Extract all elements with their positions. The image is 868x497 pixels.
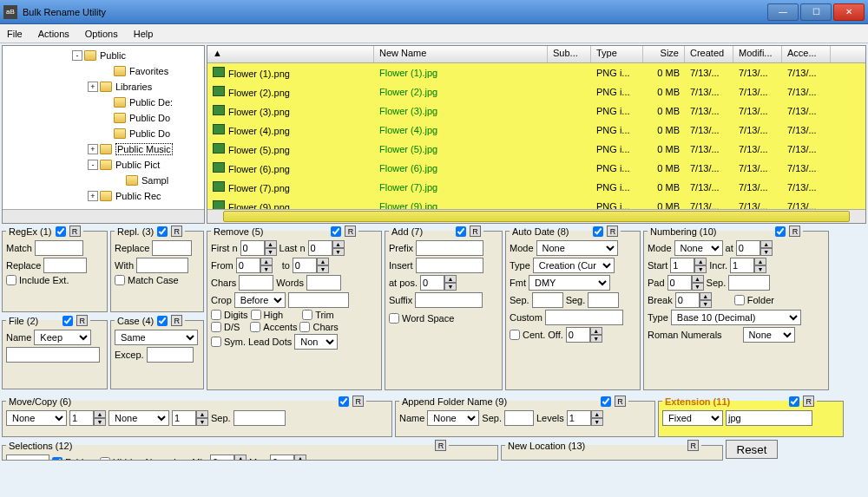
selections-hidden-checkbox[interactable] [100,457,110,461]
tree-expand-icon[interactable]: + [88,191,98,201]
reset-all-button[interactable]: Reset [726,440,778,459]
appendfolder-sep-input[interactable] [504,410,534,426]
case-select[interactable]: Same [115,330,198,345]
col-created[interactable]: Created [685,46,733,62]
case-enable-checkbox[interactable] [157,316,168,326]
file-name-select[interactable]: Keep [34,330,91,345]
menu-file[interactable]: File [7,29,23,39]
numbering-mode-select[interactable]: None [674,240,723,256]
case-excep-input[interactable] [147,347,194,363]
remove-crop-select[interactable]: Before [234,292,286,308]
autodate-seg-input[interactable] [588,292,619,308]
remove-accents-checkbox[interactable] [250,322,260,332]
extension-reset-button[interactable]: R [803,396,814,407]
autodate-off-input[interactable] [566,327,590,343]
selections-folders-checkbox[interactable] [52,457,62,461]
regex-includeext-checkbox[interactable] [6,275,16,285]
file-name-input[interactable] [6,347,100,363]
regex-enable-checkbox[interactable] [56,226,66,237]
remove-ds-checkbox[interactable] [211,322,221,332]
movecopy-enable-checkbox[interactable] [339,396,349,407]
add-reset-button[interactable]: R [470,226,481,237]
tree-item[interactable]: +Public Rec [3,188,204,204]
remove-chars-checkbox[interactable] [299,322,310,332]
appendfolder-reset-button[interactable]: R [615,396,626,407]
numbering-sep-input[interactable] [728,275,770,291]
numbering-pad-input[interactable] [667,275,692,291]
remove-trim-checkbox[interactable] [302,310,312,320]
numbering-reset-button[interactable]: R [789,226,800,237]
tree-expand-icon[interactable]: + [88,144,98,154]
tree-item[interactable]: Public Do [3,126,204,141]
remove-reset-button[interactable]: R [345,226,356,237]
add-atpos-input[interactable] [420,275,444,291]
autodate-cent-checkbox[interactable] [510,330,520,340]
remove-leaddots-select[interactable]: Non [294,334,338,350]
movecopy-sep-input[interactable] [233,410,286,426]
minimize-button[interactable]: — [767,3,799,21]
remove-to-input[interactable] [293,258,317,273]
tree-item[interactable]: -Public Pict [3,157,204,173]
spin-up[interactable]: ▲ [265,240,277,248]
file-row[interactable]: Flower (5).pngFlower (5).jpgPNG i...0 MB… [207,140,865,159]
menu-help[interactable]: Help [134,29,154,39]
selections-reset-button[interactable]: R [435,440,446,451]
numbering-break-input[interactable] [675,292,700,308]
menu-actions[interactable]: Actions [38,29,69,39]
add-prefix-input[interactable] [416,240,483,256]
remove-lastn-input[interactable] [308,240,332,256]
tree-item[interactable]: Favorites [3,63,204,79]
extension-enable-checkbox[interactable] [789,396,799,407]
regex-reset-button[interactable]: R [69,226,81,237]
selections-max-input[interactable] [270,454,294,461]
replace-with-input[interactable] [136,258,188,273]
tree-expand-icon[interactable]: + [88,82,98,92]
autodate-type-select[interactable]: Creation (Cur [533,258,615,273]
replace-reset-button[interactable]: R [171,226,182,237]
movecopy-select2[interactable]: None [108,410,169,426]
add-enable-checkbox[interactable] [456,226,466,237]
file-row[interactable]: Flower (6).pngFlower (6).jpgPNG i...0 MB… [207,159,865,178]
file-enable-checkbox[interactable] [62,316,73,326]
col-accessed[interactable]: Acce... [782,46,831,62]
autodate-enable-checkbox[interactable] [593,226,603,237]
file-row[interactable]: Flower (7).pngFlower (7).jpgPNG i...0 MB… [207,178,865,197]
movecopy-reset-button[interactable]: R [352,396,364,407]
file-list-header[interactable]: ▲ New Name Sub... Type Size Created Modi… [207,46,865,63]
numbering-incr-input[interactable] [730,258,754,273]
menu-options[interactable]: Options [85,29,118,39]
remove-crop-input[interactable] [288,292,349,308]
replace-find-input[interactable] [152,240,192,256]
numbering-roman-select[interactable]: None [743,327,795,343]
replace-matchcase-checkbox[interactable] [115,275,125,285]
file-reset-button[interactable]: R [76,315,88,326]
file-row[interactable]: Flower (1).pngFlower (1).jpgPNG i...0 MB… [207,63,865,82]
folder-tree[interactable]: -PublicFavorites+LibrariesPublic De:Publ… [2,45,205,224]
tree-item[interactable]: Public Do [3,110,204,126]
autodate-fmt-select[interactable]: DMY [529,275,610,291]
numbering-start-input[interactable] [670,258,694,273]
spin-down[interactable]: ▼ [265,248,277,256]
col-sub[interactable]: Sub... [548,46,591,62]
tree-item[interactable]: Sampl [3,173,204,188]
remove-high-checkbox[interactable] [251,310,261,320]
tree-item[interactable]: Public De: [3,95,204,110]
extension-mode-select[interactable]: Fixed [662,410,723,426]
file-list-scrollbar[interactable] [207,209,865,223]
remove-enable-checkbox[interactable] [331,226,341,237]
movecopy-select1[interactable]: None [6,410,67,426]
autodate-sep-input[interactable] [532,292,563,308]
replace-enable-checkbox[interactable] [157,226,168,237]
remove-sym-checkbox[interactable] [211,337,221,347]
file-row[interactable]: Flower (9).pngFlower (9).jpgPNG i...0 MB… [207,197,865,209]
col-size[interactable]: Size [643,46,685,62]
remove-words-input[interactable] [306,275,341,291]
file-row[interactable]: Flower (2).pngFlower (2).jpgPNG i...0 MB… [207,82,865,101]
close-button[interactable]: ✕ [833,3,865,21]
autodate-reset-button[interactable]: R [607,226,618,237]
add-wordspace-checkbox[interactable] [389,313,399,324]
tree-item[interactable]: +Public Music [3,141,204,157]
selections-min-input[interactable] [210,454,234,461]
appendfolder-enable-checkbox[interactable] [601,396,611,407]
regex-replace-input[interactable] [43,258,87,273]
